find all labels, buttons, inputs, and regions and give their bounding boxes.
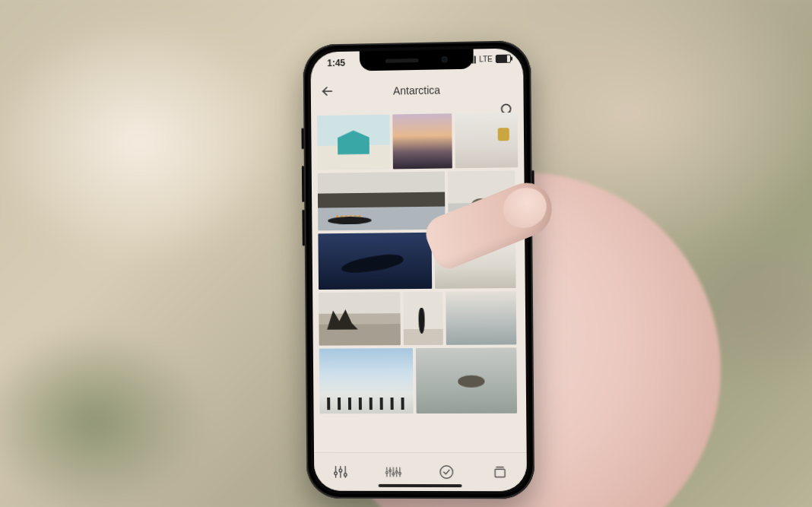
back-button[interactable]	[320, 84, 335, 99]
organize-button[interactable]	[490, 462, 509, 482]
photo-thumbnail[interactable]	[446, 291, 516, 345]
back-arrow-icon	[320, 84, 335, 99]
check-circle-icon	[438, 464, 455, 480]
svg-point-6	[392, 473, 395, 475]
svg-point-7	[395, 471, 398, 474]
filters-button[interactable]	[331, 462, 350, 482]
nav-bar: Antarctica	[311, 74, 524, 106]
batch-edit-button[interactable]	[383, 462, 403, 482]
phone-screen: 1:45 LTE Antarctica	[310, 48, 527, 491]
speaker	[385, 58, 419, 62]
stack-icon	[491, 464, 508, 480]
sliders-icon	[332, 464, 349, 480]
select-button[interactable]	[436, 462, 456, 482]
photo-thumbnail[interactable]	[318, 233, 432, 290]
svg-point-3	[344, 474, 347, 477]
svg-point-9	[440, 466, 453, 479]
photo-thumbnail[interactable]	[317, 115, 390, 170]
photo-thumbnail[interactable]	[403, 292, 443, 345]
photo-thumbnail[interactable]	[455, 112, 518, 168]
svg-rect-10	[495, 469, 505, 477]
home-indicator[interactable]	[379, 484, 462, 487]
svg-point-1	[335, 472, 338, 475]
status-time: 1:45	[327, 58, 345, 68]
front-camera	[442, 56, 448, 62]
photo-grid[interactable]	[317, 112, 521, 452]
svg-point-4	[385, 471, 388, 474]
phone-frame: 1:45 LTE Antarctica	[303, 40, 534, 499]
multi-sliders-icon	[384, 464, 402, 480]
phone-device: 1:45 LTE Antarctica	[303, 40, 534, 499]
photo-thumbnail[interactable]	[392, 113, 452, 169]
network-label: LTE	[479, 55, 493, 63]
photo-thumbnail[interactable]	[416, 347, 517, 414]
svg-point-5	[389, 470, 392, 472]
photo-thumbnail[interactable]	[319, 292, 401, 345]
photo-thumbnail[interactable]	[318, 172, 446, 231]
photo-thumbnail[interactable]	[319, 348, 414, 414]
page-title: Antarctica	[393, 84, 440, 97]
notch	[360, 49, 474, 71]
svg-point-2	[339, 469, 342, 472]
battery-icon	[496, 55, 511, 63]
svg-point-8	[399, 472, 401, 474]
